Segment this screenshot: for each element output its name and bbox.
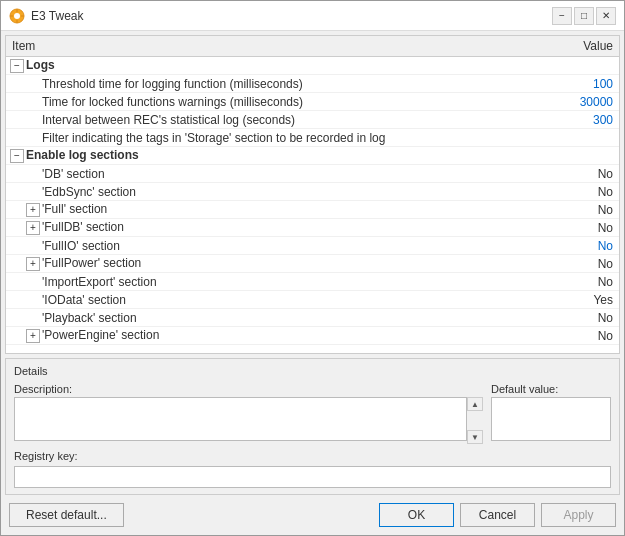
- btn-group: OK Cancel Apply: [379, 503, 616, 527]
- item-label: 'EdbSync' section: [42, 185, 136, 199]
- default-value-label: Default value:: [491, 383, 611, 395]
- table-row[interactable]: −Enable log sections: [6, 147, 619, 165]
- table-cell-value: No: [519, 183, 619, 201]
- table-cell-item: Threshold time for logging function (mil…: [6, 75, 519, 93]
- description-textarea[interactable]: [14, 397, 467, 441]
- table-row[interactable]: +'PowerEngine' sectionNo: [6, 327, 619, 345]
- table-cell-item: +'FullPower' section: [6, 255, 519, 273]
- table-cell-item: 'FullIO' section: [6, 237, 519, 255]
- table-row[interactable]: +'Full' sectionNo: [6, 201, 619, 219]
- registry-key-input[interactable]: [14, 466, 611, 488]
- table-row[interactable]: +'FullPower' sectionNo: [6, 255, 619, 273]
- table-row[interactable]: 'IOData' sectionYes: [6, 291, 619, 309]
- table-row[interactable]: Time for locked functions warnings (mill…: [6, 93, 619, 111]
- item-label: 'FullPower' section: [42, 256, 141, 270]
- col-item: Item: [6, 36, 519, 57]
- details-section: Details Description: ▲ ▼ Default value: …: [5, 358, 620, 495]
- expand-icon[interactable]: +: [26, 203, 40, 217]
- table-cell-item: Interval between REC's statistical log (…: [6, 111, 519, 129]
- table-cell-item: Filter indicating the tags in 'Storage' …: [6, 129, 519, 147]
- description-col: Description: ▲ ▼: [14, 383, 483, 444]
- table-cell-value: 300: [519, 111, 619, 129]
- table-cell-value: No: [519, 327, 619, 345]
- main-window: E3 Tweak − □ ✕ Item Value −LogsThreshol: [0, 0, 625, 536]
- description-label: Description:: [14, 383, 483, 395]
- desc-scroll-up[interactable]: ▲: [467, 397, 483, 411]
- svg-point-1: [14, 13, 20, 19]
- table-row[interactable]: Filter indicating the tags in 'Storage' …: [6, 129, 619, 147]
- registry-row: Registry key:: [14, 450, 611, 488]
- table-cell-item: 'ImportExport' section: [6, 273, 519, 291]
- item-label: 'IOData' section: [42, 293, 126, 307]
- description-wrapper: ▲ ▼: [14, 397, 483, 444]
- table-cell-item: +'FullDB' section: [6, 219, 519, 237]
- item-label: Threshold time for logging function (mil…: [42, 77, 303, 91]
- button-row: Reset default... OK Cancel Apply: [1, 495, 624, 535]
- table-cell-item: −Enable log sections: [6, 147, 519, 165]
- default-value-input[interactable]: [491, 397, 611, 441]
- minimize-button[interactable]: −: [552, 7, 572, 25]
- reset-default-button[interactable]: Reset default...: [9, 503, 124, 527]
- table-cell-value: [519, 147, 619, 165]
- main-content: Item Value −LogsThreshold time for loggi…: [1, 31, 624, 535]
- table-scroll-area[interactable]: Item Value −LogsThreshold time for loggi…: [6, 36, 619, 353]
- table-row[interactable]: −Logs: [6, 57, 619, 75]
- settings-table-container: Item Value −LogsThreshold time for loggi…: [5, 35, 620, 354]
- table-row[interactable]: +'FullDB' sectionNo: [6, 219, 619, 237]
- expand-icon[interactable]: −: [10, 149, 24, 163]
- settings-table: Item Value −LogsThreshold time for loggi…: [6, 36, 619, 345]
- table-cell-value: No: [519, 273, 619, 291]
- close-button[interactable]: ✕: [596, 7, 616, 25]
- item-label: 'Playback' section: [42, 311, 137, 325]
- item-label: 'PowerEngine' section: [42, 328, 159, 342]
- item-label: 'FullDB' section: [42, 220, 124, 234]
- title-bar: E3 Tweak − □ ✕: [1, 1, 624, 31]
- table-row[interactable]: 'FullIO' sectionNo: [6, 237, 619, 255]
- item-label: Time for locked functions warnings (mill…: [42, 95, 303, 109]
- expand-icon[interactable]: +: [26, 257, 40, 271]
- table-cell-value: No: [519, 255, 619, 273]
- col-value: Value: [519, 36, 619, 57]
- table-row[interactable]: 'ImportExport' sectionNo: [6, 273, 619, 291]
- item-label: Filter indicating the tags in 'Storage' …: [42, 131, 385, 145]
- item-label: Interval between REC's statistical log (…: [42, 113, 295, 127]
- table-cell-value: No: [519, 201, 619, 219]
- apply-button[interactable]: Apply: [541, 503, 616, 527]
- ok-button[interactable]: OK: [379, 503, 454, 527]
- table-row[interactable]: Threshold time for logging function (mil…: [6, 75, 619, 93]
- table-cell-item: 'IOData' section: [6, 291, 519, 309]
- item-label: Logs: [26, 58, 55, 72]
- table-cell-value: No: [519, 165, 619, 183]
- table-cell-value: 30000: [519, 93, 619, 111]
- table-cell-value: [519, 129, 619, 147]
- item-label: 'FullIO' section: [42, 239, 120, 253]
- expand-icon[interactable]: −: [10, 59, 24, 73]
- table-row[interactable]: 'DB' sectionNo: [6, 165, 619, 183]
- expand-icon[interactable]: +: [26, 221, 40, 235]
- window-title: E3 Tweak: [31, 9, 552, 23]
- table-cell-item: −Logs: [6, 57, 519, 75]
- desc-scroll-down[interactable]: ▼: [467, 430, 483, 444]
- table-cell-item: 'DB' section: [6, 165, 519, 183]
- details-title: Details: [14, 365, 611, 377]
- table-cell-value: No: [519, 309, 619, 327]
- table-row[interactable]: 'EdbSync' sectionNo: [6, 183, 619, 201]
- registry-key-label: Registry key:: [14, 450, 611, 462]
- table-cell-value: Yes: [519, 291, 619, 309]
- cancel-button[interactable]: Cancel: [460, 503, 535, 527]
- table-row[interactable]: 'Playback' sectionNo: [6, 309, 619, 327]
- table-cell-item: +'PowerEngine' section: [6, 327, 519, 345]
- expand-icon[interactable]: +: [26, 329, 40, 343]
- app-icon: [9, 8, 25, 24]
- table-cell-value: [519, 57, 619, 75]
- maximize-button[interactable]: □: [574, 7, 594, 25]
- table-row[interactable]: Interval between REC's statistical log (…: [6, 111, 619, 129]
- table-cell-item: 'EdbSync' section: [6, 183, 519, 201]
- table-cell-item: +'Full' section: [6, 201, 519, 219]
- window-controls: − □ ✕: [552, 7, 616, 25]
- item-label: 'DB' section: [42, 167, 105, 181]
- item-label: 'ImportExport' section: [42, 275, 157, 289]
- default-value-col: Default value:: [491, 383, 611, 444]
- table-cell-item: Time for locked functions warnings (mill…: [6, 93, 519, 111]
- item-label: Enable log sections: [26, 148, 139, 162]
